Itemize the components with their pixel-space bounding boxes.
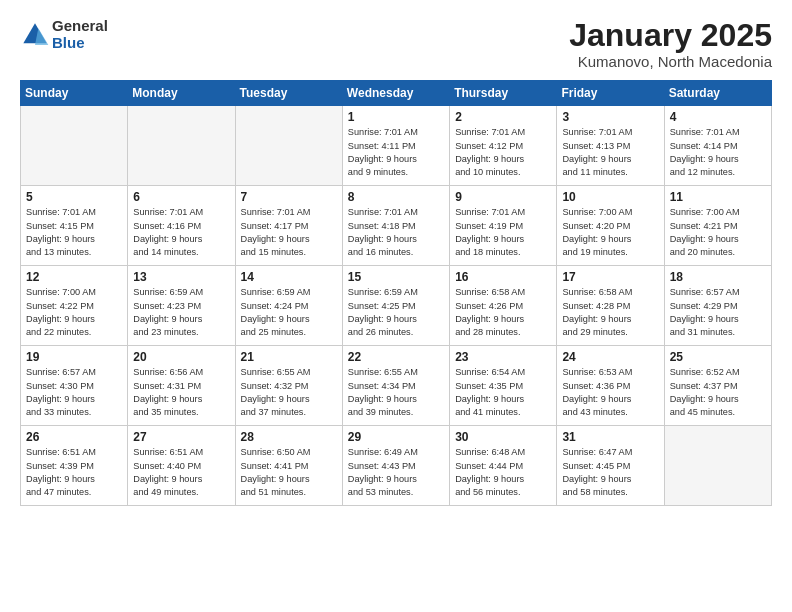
- col-wednesday: Wednesday: [342, 81, 449, 106]
- day-info-10: Sunrise: 7:00 AM Sunset: 4:20 PM Dayligh…: [562, 206, 658, 259]
- day-info-28: Sunrise: 6:50 AM Sunset: 4:41 PM Dayligh…: [241, 446, 337, 499]
- day-num-16: 16: [455, 270, 551, 284]
- day-info-1: Sunrise: 7:01 AM Sunset: 4:11 PM Dayligh…: [348, 126, 444, 179]
- title-block: January 2025 Kumanovo, North Macedonia: [569, 18, 772, 70]
- day-info-7: Sunrise: 7:01 AM Sunset: 4:17 PM Dayligh…: [241, 206, 337, 259]
- week-row-1: 1Sunrise: 7:01 AM Sunset: 4:11 PM Daylig…: [21, 106, 772, 186]
- day-info-17: Sunrise: 6:58 AM Sunset: 4:28 PM Dayligh…: [562, 286, 658, 339]
- cell-3-3: 14Sunrise: 6:59 AM Sunset: 4:24 PM Dayli…: [235, 266, 342, 346]
- calendar-header-row: Sunday Monday Tuesday Wednesday Thursday…: [21, 81, 772, 106]
- day-info-18: Sunrise: 6:57 AM Sunset: 4:29 PM Dayligh…: [670, 286, 766, 339]
- cell-4-6: 24Sunrise: 6:53 AM Sunset: 4:36 PM Dayli…: [557, 346, 664, 426]
- cell-5-1: 26Sunrise: 6:51 AM Sunset: 4:39 PM Dayli…: [21, 426, 128, 506]
- day-num-6: 6: [133, 190, 229, 204]
- day-info-9: Sunrise: 7:01 AM Sunset: 4:19 PM Dayligh…: [455, 206, 551, 259]
- day-info-13: Sunrise: 6:59 AM Sunset: 4:23 PM Dayligh…: [133, 286, 229, 339]
- logo-icon: [20, 20, 50, 50]
- day-num-9: 9: [455, 190, 551, 204]
- col-saturday: Saturday: [664, 81, 771, 106]
- day-num-21: 21: [241, 350, 337, 364]
- day-info-3: Sunrise: 7:01 AM Sunset: 4:13 PM Dayligh…: [562, 126, 658, 179]
- day-info-29: Sunrise: 6:49 AM Sunset: 4:43 PM Dayligh…: [348, 446, 444, 499]
- day-num-24: 24: [562, 350, 658, 364]
- cell-1-3: [235, 106, 342, 186]
- cell-2-3: 7Sunrise: 7:01 AM Sunset: 4:17 PM Daylig…: [235, 186, 342, 266]
- cell-5-5: 30Sunrise: 6:48 AM Sunset: 4:44 PM Dayli…: [450, 426, 557, 506]
- day-info-24: Sunrise: 6:53 AM Sunset: 4:36 PM Dayligh…: [562, 366, 658, 419]
- col-sunday: Sunday: [21, 81, 128, 106]
- day-info-6: Sunrise: 7:01 AM Sunset: 4:16 PM Dayligh…: [133, 206, 229, 259]
- cell-3-4: 15Sunrise: 6:59 AM Sunset: 4:25 PM Dayli…: [342, 266, 449, 346]
- cell-4-1: 19Sunrise: 6:57 AM Sunset: 4:30 PM Dayli…: [21, 346, 128, 426]
- day-info-27: Sunrise: 6:51 AM Sunset: 4:40 PM Dayligh…: [133, 446, 229, 499]
- day-num-11: 11: [670, 190, 766, 204]
- day-info-4: Sunrise: 7:01 AM Sunset: 4:14 PM Dayligh…: [670, 126, 766, 179]
- day-num-7: 7: [241, 190, 337, 204]
- day-num-23: 23: [455, 350, 551, 364]
- cell-3-6: 17Sunrise: 6:58 AM Sunset: 4:28 PM Dayli…: [557, 266, 664, 346]
- day-info-11: Sunrise: 7:00 AM Sunset: 4:21 PM Dayligh…: [670, 206, 766, 259]
- day-num-17: 17: [562, 270, 658, 284]
- day-num-13: 13: [133, 270, 229, 284]
- cell-3-7: 18Sunrise: 6:57 AM Sunset: 4:29 PM Dayli…: [664, 266, 771, 346]
- cell-1-6: 3Sunrise: 7:01 AM Sunset: 4:13 PM Daylig…: [557, 106, 664, 186]
- cell-3-2: 13Sunrise: 6:59 AM Sunset: 4:23 PM Dayli…: [128, 266, 235, 346]
- day-num-29: 29: [348, 430, 444, 444]
- cell-4-3: 21Sunrise: 6:55 AM Sunset: 4:32 PM Dayli…: [235, 346, 342, 426]
- week-row-4: 19Sunrise: 6:57 AM Sunset: 4:30 PM Dayli…: [21, 346, 772, 426]
- cell-3-1: 12Sunrise: 7:00 AM Sunset: 4:22 PM Dayli…: [21, 266, 128, 346]
- day-info-5: Sunrise: 7:01 AM Sunset: 4:15 PM Dayligh…: [26, 206, 122, 259]
- logo-blue-text: Blue: [52, 35, 108, 52]
- col-thursday: Thursday: [450, 81, 557, 106]
- day-num-26: 26: [26, 430, 122, 444]
- day-info-15: Sunrise: 6:59 AM Sunset: 4:25 PM Dayligh…: [348, 286, 444, 339]
- day-info-20: Sunrise: 6:56 AM Sunset: 4:31 PM Dayligh…: [133, 366, 229, 419]
- calendar-table: Sunday Monday Tuesday Wednesday Thursday…: [20, 80, 772, 506]
- day-num-31: 31: [562, 430, 658, 444]
- day-info-21: Sunrise: 6:55 AM Sunset: 4:32 PM Dayligh…: [241, 366, 337, 419]
- day-num-25: 25: [670, 350, 766, 364]
- main-title: January 2025: [569, 18, 772, 53]
- day-info-31: Sunrise: 6:47 AM Sunset: 4:45 PM Dayligh…: [562, 446, 658, 499]
- week-row-5: 26Sunrise: 6:51 AM Sunset: 4:39 PM Dayli…: [21, 426, 772, 506]
- cell-5-3: 28Sunrise: 6:50 AM Sunset: 4:41 PM Dayli…: [235, 426, 342, 506]
- logo-general-text: General: [52, 18, 108, 35]
- cell-4-5: 23Sunrise: 6:54 AM Sunset: 4:35 PM Dayli…: [450, 346, 557, 426]
- day-info-30: Sunrise: 6:48 AM Sunset: 4:44 PM Dayligh…: [455, 446, 551, 499]
- day-num-19: 19: [26, 350, 122, 364]
- page: General Blue January 2025 Kumanovo, Nort…: [0, 0, 792, 612]
- cell-4-7: 25Sunrise: 6:52 AM Sunset: 4:37 PM Dayli…: [664, 346, 771, 426]
- logo: General Blue: [20, 18, 108, 51]
- cell-2-7: 11Sunrise: 7:00 AM Sunset: 4:21 PM Dayli…: [664, 186, 771, 266]
- day-num-15: 15: [348, 270, 444, 284]
- header: General Blue January 2025 Kumanovo, Nort…: [20, 18, 772, 70]
- day-info-26: Sunrise: 6:51 AM Sunset: 4:39 PM Dayligh…: [26, 446, 122, 499]
- cell-1-1: [21, 106, 128, 186]
- day-num-20: 20: [133, 350, 229, 364]
- day-num-28: 28: [241, 430, 337, 444]
- cell-3-5: 16Sunrise: 6:58 AM Sunset: 4:26 PM Dayli…: [450, 266, 557, 346]
- cell-2-6: 10Sunrise: 7:00 AM Sunset: 4:20 PM Dayli…: [557, 186, 664, 266]
- day-info-14: Sunrise: 6:59 AM Sunset: 4:24 PM Dayligh…: [241, 286, 337, 339]
- cell-5-2: 27Sunrise: 6:51 AM Sunset: 4:40 PM Dayli…: [128, 426, 235, 506]
- cell-5-6: 31Sunrise: 6:47 AM Sunset: 4:45 PM Dayli…: [557, 426, 664, 506]
- day-num-8: 8: [348, 190, 444, 204]
- day-num-5: 5: [26, 190, 122, 204]
- cell-1-2: [128, 106, 235, 186]
- day-num-12: 12: [26, 270, 122, 284]
- cell-2-2: 6Sunrise: 7:01 AM Sunset: 4:16 PM Daylig…: [128, 186, 235, 266]
- day-num-1: 1: [348, 110, 444, 124]
- cell-4-4: 22Sunrise: 6:55 AM Sunset: 4:34 PM Dayli…: [342, 346, 449, 426]
- cell-2-4: 8Sunrise: 7:01 AM Sunset: 4:18 PM Daylig…: [342, 186, 449, 266]
- day-num-30: 30: [455, 430, 551, 444]
- day-num-10: 10: [562, 190, 658, 204]
- subtitle: Kumanovo, North Macedonia: [569, 53, 772, 70]
- logo-text: General Blue: [52, 18, 108, 51]
- day-info-2: Sunrise: 7:01 AM Sunset: 4:12 PM Dayligh…: [455, 126, 551, 179]
- day-num-4: 4: [670, 110, 766, 124]
- week-row-3: 12Sunrise: 7:00 AM Sunset: 4:22 PM Dayli…: [21, 266, 772, 346]
- cell-1-4: 1Sunrise: 7:01 AM Sunset: 4:11 PM Daylig…: [342, 106, 449, 186]
- col-friday: Friday: [557, 81, 664, 106]
- day-num-22: 22: [348, 350, 444, 364]
- day-info-16: Sunrise: 6:58 AM Sunset: 4:26 PM Dayligh…: [455, 286, 551, 339]
